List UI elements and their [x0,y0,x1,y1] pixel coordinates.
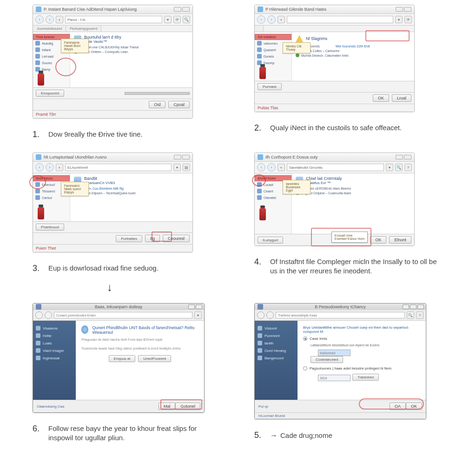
maximize-button[interactable] [410,304,416,309]
ok-button[interactable]: OK [370,236,386,244]
value-input[interactable]: 3016 [318,375,350,381]
forward-button[interactable]: › [46,15,54,24]
name-input[interactable]: Inddormed [318,350,350,356]
sidebar-item[interactable]: Oord Herang [258,347,295,354]
sidebar-item[interactable]: Lerrsast [33,53,70,60]
sidebar-item[interactable]: Bangeroonl [258,354,295,362]
ok-button[interactable]: OA [390,403,406,410]
close-button[interactable] [404,155,411,159]
dropdown-icon[interactable]: ▾ [194,311,202,319]
sidebar-item[interactable]: Loats [36,339,73,347]
cancel-button[interactable]: Gotonel [175,403,200,410]
step-5: 5. →Cade drug;nome [254,430,443,441]
refresh-icon[interactable]: ⟳ [404,16,412,23]
address-bar[interactable]: ELhuntrhmrt [65,164,172,171]
address-bar[interactable]: Panui - t-ts [65,16,162,23]
view-icon[interactable]: ▤ [183,164,190,171]
radio-option-2[interactable]: Pagsotounes | haas adet besstre prdinged… [303,366,420,370]
cancel-button[interactable]: Lroal [392,94,411,102]
footer-link[interactable]: Citaendramg Cws [37,404,65,409]
step-number: 2. [254,123,264,133]
option-button[interactable]: Enquus al [109,355,136,362]
cancel-button[interactable]: Elnont [389,236,411,244]
radio-option-1[interactable]: Case Innis [303,337,420,341]
sidebar-item[interactable]: tanith [258,339,295,347]
minimize-button[interactable] [403,304,409,309]
cancel-button[interactable]: Ceouresl [163,235,190,242]
dropdown-icon[interactable]: ▾ [386,164,393,171]
search-icon[interactable]: 🔍 [183,16,190,23]
dropdown-icon[interactable]: ▾ [173,164,181,171]
ok-button[interactable]: Mal [159,403,176,410]
forward-button[interactable]: › [267,163,276,172]
left-button[interactable]: Eruquound [36,90,64,97]
sidebar-item[interactable]: Inginessal [36,354,73,362]
content-line: Lanalla Colles – Cartsurinr [296,49,410,53]
scrollbar[interactable] [125,92,190,95]
back-button[interactable] [35,311,43,319]
address-bar[interactable]: Conard porerstroded Emen [54,312,192,318]
back-button[interactable]: ‹ [35,163,44,172]
minimize-button[interactable] [396,7,403,12]
content-link[interactable]: Tytsartidem, Cuu Bmideen Alltt Iflg [74,187,189,190]
search-icon[interactable]: 🔍 [407,311,414,319]
ok-button[interactable]: OK [373,94,389,102]
address-bar[interactable]: Sanrtatrulid Grromts [287,164,384,171]
folder-icon: ▪ [56,164,63,171]
tab-2[interactable]: Pertuerspgoverd [66,26,101,32]
sidebar-item-icon [257,195,262,200]
step-number: 4. [254,257,264,267]
left-button[interactable]: Purmast [258,83,282,90]
close-button[interactable] [182,155,190,159]
dropdown-icon[interactable]: ▾ [164,16,172,23]
sidebar-item[interactable]: Vistomt [258,324,295,332]
cancel-button[interactable]: Cpoal [168,101,190,108]
popup-line: Haset Bord [64,44,86,47]
tab-1[interactable]: Jourestolesund [33,26,66,32]
mid-button[interactable]: Portrattes [116,235,142,242]
browse-button[interactable]: Traredred [352,374,379,381]
dropdown-icon[interactable]: ▾ [395,16,403,23]
add-button[interactable]: Coderaironed [311,356,343,363]
close-button[interactable] [182,7,190,12]
option-button[interactable]: UnedPooeent [138,355,171,362]
ok-button[interactable]: Oid [149,101,165,108]
sidebar-item[interactable]: Visalems [36,324,73,332]
address-bar[interactable] [287,16,393,23]
forward-button[interactable] [266,311,274,319]
minimize-button[interactable] [174,7,181,12]
address-bar[interactable]: Trarfend amonstiriple Keas [276,312,405,318]
sidebar: Sdr nrasitom vatsomeo Quasent Dunets Ewo… [255,32,292,81]
help-icon[interactable]: ? [404,164,412,171]
forward-button[interactable] [45,311,52,319]
close-button[interactable] [196,304,202,309]
back-button[interactable] [257,311,264,319]
forward-button[interactable]: › [267,15,276,24]
content-right-link[interactable]: Wer fourunsts 22M IDdt [336,45,370,48]
left-button[interactable]: ILunygud [258,237,283,244]
sidebar-item[interactable]: Hdtie [36,332,73,339]
help-icon[interactable]: ? [416,311,423,319]
ok-button[interactable]: Itg [145,235,160,242]
close-button[interactable] [404,7,411,12]
minimize-button[interactable] [396,155,403,159]
close-button[interactable] [417,304,424,309]
sidebar-item[interactable]: Sourec [33,60,70,66]
sidebar-item[interactable]: Dunets [255,53,291,60]
left-button[interactable]: Pnantrouol [36,224,64,231]
sidebar-item[interactable]: Otenetet [255,194,291,201]
sidebar-item[interactable]: Punrnnnt [258,332,295,339]
dialog-buttons: OK Lroal [255,92,414,104]
sidebar-item[interactable]: Viard Irsager [36,347,73,354]
minimize-button[interactable] [174,155,181,159]
tab-1[interactable] [255,26,264,32]
search-icon[interactable]: 🔍 [395,164,403,171]
back-button[interactable]: ‹ [35,15,44,24]
cancel-button[interactable]: OK [406,403,422,410]
refresh-icon[interactable]: ⟳ [173,16,181,23]
back-button[interactable]: ‹ [257,163,265,172]
back-button[interactable]: ‹ [257,15,265,24]
minimize-button[interactable] [188,304,195,309]
forward-button[interactable]: › [46,163,54,172]
footer-link[interactable]: Pul vp [258,404,268,409]
